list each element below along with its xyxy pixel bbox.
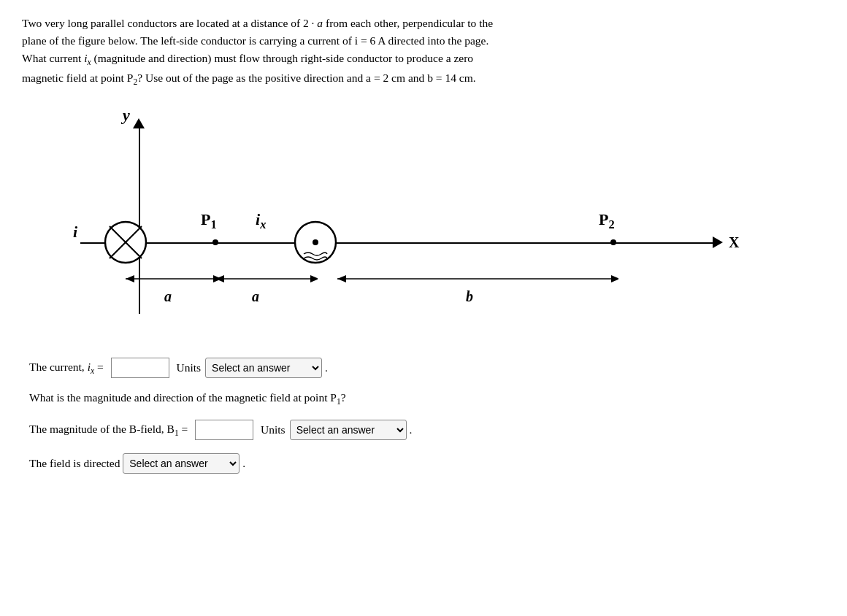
diagram: y X i P1 ix P2 a: [44, 102, 759, 350]
dist-a2-label: a: [252, 288, 259, 305]
right-conductor: [294, 220, 337, 264]
dist-arrow-a1: [126, 272, 221, 286]
dist-a1-label: a: [164, 288, 172, 305]
svg-marker-10: [215, 275, 224, 282]
q1-text: The current, ix =: [29, 361, 107, 376]
problem-line2: plane of the figure below. The left-side…: [22, 34, 488, 47]
question-row-3: The magnitude of the B-field, B1 = Units…: [29, 420, 825, 440]
q4-period: .: [239, 457, 245, 470]
q3-text: The magnitude of the B-field, B1 =: [29, 423, 191, 438]
q1-period: .: [322, 361, 328, 374]
q4-select[interactable]: Select an answer into the page out of th…: [123, 453, 239, 474]
q1-units-label: Units: [174, 361, 201, 374]
y-axis-arrow: [133, 118, 145, 128]
ix-label: ix: [256, 210, 266, 232]
q1-input[interactable]: [111, 358, 169, 378]
svg-point-4: [313, 239, 318, 245]
questions-section: The current, ix = Units Select an answer…: [29, 358, 825, 474]
q3-units-label: Units: [258, 423, 285, 436]
svg-marker-9: [310, 275, 318, 282]
x-label: X: [729, 234, 739, 251]
x-axis-arrow: [713, 236, 723, 248]
problem-statement: Two very long parallel conductors are lo…: [22, 15, 825, 89]
problem-line1: Two very long parallel conductors are lo…: [22, 17, 493, 29]
q3-input[interactable]: [195, 420, 253, 440]
q3-select[interactable]: Select an answer T mT μT: [290, 420, 407, 440]
q3-period: .: [407, 423, 413, 436]
q2-text: What is the magnitude and direction of t…: [29, 391, 346, 407]
p2-label: P2: [599, 210, 615, 232]
x-axis: [80, 242, 716, 244]
dist-arrow-a2: [215, 272, 318, 286]
y-label: y: [123, 106, 130, 125]
problem-line4: magnetic field at point P2? Use out of t…: [22, 72, 476, 84]
p1-dot: [212, 239, 218, 245]
svg-marker-13: [337, 275, 346, 282]
p1-label: P1: [201, 210, 217, 232]
svg-marker-7: [126, 275, 134, 282]
q1-select[interactable]: Select an answer A mA μA: [205, 358, 322, 378]
p2-dot: [610, 239, 616, 245]
q4-text: The field is directed: [29, 457, 123, 470]
question-row-4: The field is directed Select an answer i…: [29, 453, 825, 474]
i-label: i: [73, 223, 77, 242]
problem-line3: What current ix (magnitude and direction…: [22, 52, 473, 64]
question-row-1: The current, ix = Units Select an answer…: [29, 358, 825, 378]
dist-arrow-b: [337, 272, 618, 286]
left-conductor: [104, 220, 147, 264]
question-row-2: What is the magnitude and direction of t…: [29, 391, 825, 407]
svg-marker-12: [611, 275, 618, 282]
dist-b-label: b: [466, 288, 473, 305]
